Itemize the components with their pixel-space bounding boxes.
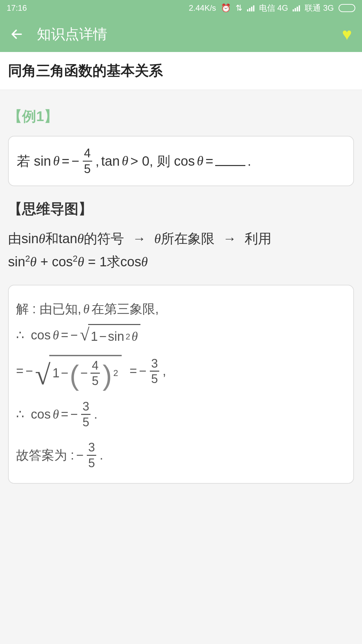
radicand: 1 − sin2θ: [88, 324, 140, 347]
sol-neg: −: [80, 363, 88, 383]
mm-part: 由sin: [8, 231, 39, 246]
sol-part: 1: [53, 363, 60, 383]
mm-part: 和tan: [45, 231, 77, 246]
frac-num: 3: [88, 441, 95, 454]
carrier-1: 电信 4G: [259, 3, 288, 13]
solution-answer-line: 故答案为 : − 3 5 .: [16, 441, 346, 470]
solution-line-4: ∴ cosθ = − 3 5 .: [16, 400, 346, 429]
mm-part: 的符号: [84, 231, 124, 246]
sol-part: =: [61, 404, 68, 425]
example-label: 【例1】: [8, 107, 354, 126]
mm-part: sin: [8, 254, 25, 269]
sol-part: 故答案为 :: [16, 445, 74, 466]
sol-neg: −: [70, 404, 78, 425]
page-title: 知识点详情: [37, 25, 342, 44]
alarm-icon: ⏰: [221, 3, 231, 13]
radical-icon: √: [80, 326, 89, 343]
solution-line-3: = − √ 1 − ( − 4 5 ) 2: [16, 355, 346, 388]
mm-part: = 1求cos: [88, 254, 141, 269]
sol-part: 1: [91, 326, 98, 347]
frac-den: 5: [82, 416, 89, 429]
favorite-heart-icon[interactable]: ♥: [342, 24, 352, 44]
theta: θ: [30, 254, 37, 269]
frac-num: 4: [84, 147, 91, 160]
therefore-icon: ∴: [16, 325, 24, 345]
frac-num: 4: [92, 359, 99, 372]
frac-den: 5: [88, 457, 95, 470]
topic-title: 同角三角函数的基本关系: [8, 61, 354, 80]
status-bar: 17:16 2.44K/s ⏰ ⇅ 电信 4G 联通 3G: [0, 0, 362, 16]
fraction-3-5: 3 5: [87, 441, 96, 470]
mm-part: + cos: [40, 254, 73, 269]
fraction-4-5: 4 5: [83, 147, 92, 175]
sol-part: −: [61, 363, 68, 383]
q-part: 若 sin: [17, 150, 51, 172]
theta: θ: [77, 231, 84, 246]
therefore-icon: ∴: [16, 404, 24, 425]
signal-icon-1: [247, 5, 254, 11]
solution-line-1: 解 : 由已知,θ在第三象限,: [16, 299, 346, 319]
sol-part: .: [94, 404, 98, 425]
sol-part: −: [99, 326, 107, 347]
theta: θ: [122, 150, 128, 172]
status-time: 17:16: [7, 3, 27, 13]
sol-neg: −: [70, 325, 78, 345]
q-part: ,: [96, 150, 99, 172]
theta: θ: [141, 254, 148, 269]
app-bar: 知识点详情 ♥: [0, 16, 362, 52]
data-transfer-icon: ⇅: [236, 3, 242, 13]
mindmap-text: 由sinθ和tanθ的符号 → θ所在象限 → 利用 sin2θ + cos2θ…: [8, 227, 354, 273]
q-part: =: [205, 150, 213, 172]
theta: θ: [154, 231, 161, 246]
sol-neg: −: [139, 361, 146, 381]
sol-part: cos: [31, 325, 51, 345]
frac-den: 5: [151, 372, 158, 386]
sup: 2: [126, 330, 130, 343]
q-part: tan: [101, 150, 120, 172]
sqrt-big: √ 1 − ( − 4 5 ) 2: [35, 355, 121, 388]
paren-right-icon: ): [103, 361, 112, 389]
sol-part: =: [61, 325, 68, 345]
sol-part: sin: [108, 326, 124, 347]
theta: θ: [53, 150, 60, 172]
paren-left-icon: (: [70, 361, 79, 389]
sol-part: 解 : 由已知,: [16, 299, 81, 319]
fraction-3-5: 3 5: [81, 400, 90, 429]
theta: θ: [131, 326, 138, 347]
sol-part: =: [16, 361, 23, 381]
question-text: 若 sinθ = − 4 5 , tanθ > 0, 则 cosθ = .: [17, 147, 345, 175]
sup: 2: [73, 254, 77, 264]
theta: θ: [197, 150, 203, 172]
battery-icon: [339, 4, 355, 12]
theta: θ: [78, 254, 84, 269]
q-part: > 0, 则 cos: [130, 150, 195, 172]
back-arrow-icon[interactable]: [10, 28, 23, 41]
theta: θ: [53, 404, 59, 425]
mindmap-label: 【思维导图】: [8, 200, 354, 218]
mm-part: 利用: [245, 231, 272, 246]
radical-icon: √: [35, 361, 50, 389]
sup: 2: [25, 254, 30, 264]
solution-line-2: ∴ cosθ = − √ 1 − sin2θ: [16, 324, 346, 347]
theta: θ: [53, 325, 59, 345]
frac-num: 3: [82, 400, 89, 413]
frac-den: 5: [92, 374, 99, 388]
sol-part: .: [100, 445, 103, 466]
signal-icon-2: [293, 5, 300, 11]
arrow-icon: →: [223, 231, 236, 246]
sol-part: =: [130, 361, 137, 381]
content-area: 【例1】 若 sinθ = − 4 5 , tanθ > 0, 则 cosθ =…: [0, 107, 362, 484]
sup: 2: [113, 366, 118, 380]
theta: θ: [83, 299, 89, 319]
q-part: =: [62, 150, 69, 172]
frac-den: 5: [84, 162, 91, 176]
frac-num: 3: [151, 357, 158, 370]
question-card: 若 sinθ = − 4 5 , tanθ > 0, 则 cosθ = .: [8, 136, 354, 186]
radicand-big: 1 − ( − 4 5 ) 2: [49, 355, 122, 388]
sqrt-expr: √ 1 − sin2θ: [80, 324, 140, 347]
sol-part: 在第三象限,: [92, 299, 159, 319]
fraction-4-5: 4 5: [90, 359, 100, 388]
status-speed: 2.44K/s: [189, 3, 216, 13]
q-part: .: [247, 150, 251, 172]
sol-neg: −: [25, 361, 33, 381]
